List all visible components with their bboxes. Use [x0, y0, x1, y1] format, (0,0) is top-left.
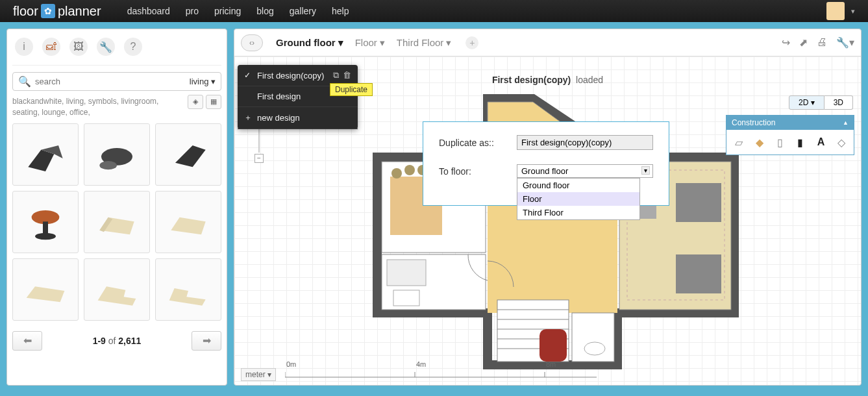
tab-floor[interactable]: Floor ▾	[355, 36, 385, 49]
ruler: meter ▾ 0m 4m 8m	[241, 368, 610, 381]
construction-panel: Construction ▲ ▱ ◆ ▯ ▮ A ◇	[726, 115, 854, 155]
ruler-mark-8m: 8m	[546, 360, 556, 368]
nav-blog[interactable]: blog	[256, 6, 273, 16]
photo-icon[interactable]: 🖼	[69, 38, 88, 56]
user-dropdown[interactable]: ▾	[851, 7, 855, 16]
nav-pro[interactable]: pro	[186, 6, 199, 16]
duplicate-dialog: Duplicate as:: To floor: Ground floor Gr…	[423, 121, 669, 206]
delete-icon[interactable]: 🗑	[343, 70, 351, 80]
design-label: First design	[257, 92, 301, 101]
nav-dashboard[interactable]: dashboard	[127, 6, 170, 16]
chevron-down-icon: ▾	[338, 37, 343, 49]
view-grid-icon[interactable]: ▦	[206, 95, 221, 109]
tab-ground-floor[interactable]: Ground floor ▾	[276, 36, 343, 49]
door-tool-icon[interactable]: ▯	[771, 134, 788, 151]
sidebar: i 🛋 🖼 🔧 ? 🔍 living ▾ blackandwhite, livi…	[6, 29, 227, 386]
chevron-down-icon: ▾	[380, 37, 385, 49]
svg-marker-11	[27, 287, 65, 303]
svg-point-3	[99, 161, 117, 169]
design-label: new design	[257, 113, 300, 123]
logo-icon: ✿	[41, 4, 55, 18]
svg-rect-6	[43, 222, 48, 234]
thumb-recliner[interactable]	[155, 123, 221, 186]
ruler-mark-0m: 0m	[286, 360, 296, 368]
thumb-lounge-chair[interactable]	[84, 123, 150, 186]
thumb-sectional-2[interactable]	[155, 258, 221, 321]
duplicate-icon[interactable]: ⧉	[333, 70, 339, 80]
page-next-button[interactable]: ➡	[192, 331, 221, 351]
search-row: 🔍 living ▾	[12, 72, 221, 91]
thumb-sofa-1[interactable]	[84, 191, 150, 253]
thumb-couch-1[interactable]	[12, 258, 79, 321]
floor-option-floor[interactable]: Floor	[517, 192, 639, 206]
info-icon[interactable]: i	[15, 38, 33, 56]
window-tool-icon[interactable]: ▮	[792, 134, 809, 151]
thumb-chair-1[interactable]	[12, 123, 79, 186]
construction-title: Construction	[732, 118, 775, 127]
floor-nav-arrows[interactable]: ‹›	[241, 34, 263, 51]
svg-rect-37	[676, 183, 721, 222]
duplicate-as-label: Duplicate as::	[439, 138, 517, 148]
svg-point-33	[584, 342, 605, 355]
avatar[interactable]	[826, 2, 845, 20]
svg-rect-38	[676, 254, 721, 293]
text-tool-icon[interactable]: A	[813, 134, 830, 151]
thumb-sectional-1[interactable]	[84, 258, 150, 321]
new-design-button[interactable]: ＋ new design	[238, 107, 358, 129]
designs-dropdown: ✓ First design(copy) ⧉ 🗑 First design ＋ …	[238, 65, 358, 129]
svg-marker-12	[98, 287, 136, 306]
share-icon[interactable]: ⬈	[799, 36, 808, 49]
search-icon: 🔍	[18, 75, 31, 88]
tags-text[interactable]: blackandwhite, living, symbols, livingro…	[12, 97, 158, 117]
page-prev-button[interactable]: ⬅	[12, 331, 42, 351]
nav-pricing[interactable]: pricing	[214, 6, 241, 16]
svg-marker-13	[169, 288, 206, 306]
floor-option-ground[interactable]: Ground floor	[517, 179, 639, 192]
add-floor-button[interactable]: +	[465, 36, 478, 49]
view-3d-icon[interactable]: ◈	[188, 95, 203, 109]
plus-icon: ＋	[244, 112, 252, 123]
tools-icon[interactable]: 🔧	[97, 38, 115, 56]
duplicate-tooltip: Duplicate	[330, 83, 373, 96]
top-navbar: floor ✿ planner dashboard pro pricing bl…	[0, 0, 868, 22]
ruler-mark-4m: 4m	[416, 360, 426, 368]
print-icon[interactable]: 🖨	[817, 36, 827, 49]
redo-icon[interactable]: ↪	[782, 36, 790, 49]
svg-rect-23	[387, 260, 426, 286]
search-input[interactable]	[35, 77, 190, 86]
to-floor-label: To floor:	[439, 166, 517, 177]
sidebar-toolbar: i 🛋 🖼 🔧 ?	[12, 34, 221, 66]
duplicate-name-input[interactable]	[517, 135, 653, 150]
svg-rect-34	[539, 329, 567, 362]
tab-third-floor[interactable]: Third Floor ▾	[397, 36, 452, 49]
svg-marker-4	[175, 145, 206, 167]
floor-options-popup: Ground floor Floor Third Floor	[517, 178, 640, 220]
logo[interactable]: floor ✿ planner	[13, 4, 101, 19]
help-icon[interactable]: ?	[124, 38, 142, 56]
view-3d-button[interactable]: 3D	[825, 95, 853, 110]
nav-help[interactable]: help	[332, 6, 349, 16]
zoom-out-button[interactable]: −	[254, 154, 264, 163]
unit-selector[interactable]: meter ▾	[241, 368, 276, 381]
floor-tabs: Ground floor ▾ Floor ▾ Third Floor ▾ +	[276, 36, 478, 49]
surface-tool-icon[interactable]: ◆	[751, 134, 768, 151]
construction-header[interactable]: Construction ▲	[726, 116, 854, 130]
svg-point-7	[35, 233, 56, 240]
canvas-header: ‹› Ground floor ▾ Floor ▾ Third Floor ▾ …	[234, 29, 861, 56]
category-selector[interactable]: living ▾	[190, 77, 216, 86]
collapse-icon[interactable]: ▲	[843, 119, 849, 126]
to-floor-select[interactable]: Ground floor	[517, 164, 653, 178]
pager: ⬅ 1-9 of 2,611 ➡	[12, 331, 221, 351]
thumb-sofa-2[interactable]	[155, 191, 221, 253]
view-2d-button[interactable]: 2D ▾	[789, 95, 825, 110]
thumb-stool[interactable]	[12, 191, 79, 253]
dimension-tool-icon[interactable]: ◇	[833, 134, 850, 151]
svg-rect-24	[393, 290, 419, 306]
wall-tool-icon[interactable]: ▱	[730, 134, 747, 151]
floor-option-third[interactable]: Third Floor	[517, 206, 639, 219]
nav-gallery[interactable]: gallery	[290, 6, 316, 16]
settings-icon[interactable]: 🔧▾	[836, 36, 854, 49]
svg-marker-10	[171, 217, 205, 235]
logo-text-right: planner	[58, 4, 101, 19]
furniture-icon[interactable]: 🛋	[42, 38, 60, 56]
